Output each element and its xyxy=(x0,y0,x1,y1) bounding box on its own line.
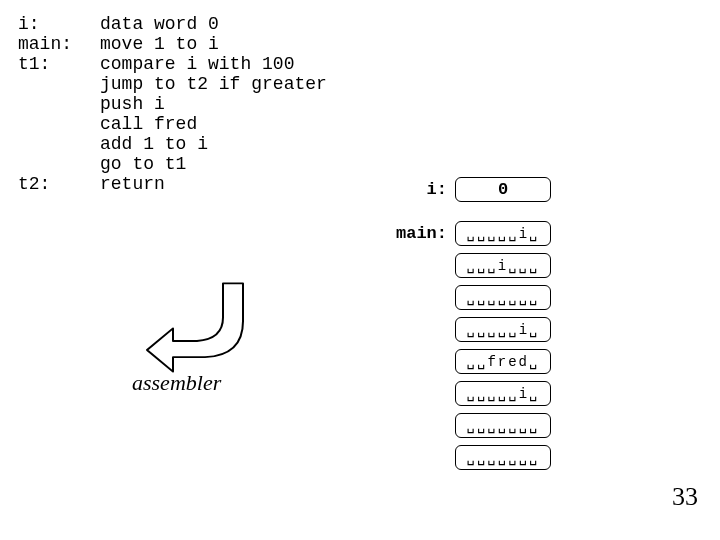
code-instr: data word 0 xyxy=(100,14,219,34)
code-label: t1: xyxy=(18,54,100,74)
code-label xyxy=(18,94,100,114)
code-instr: call fred xyxy=(100,114,197,134)
memory-cell: ␣␣␣␣␣i␣ xyxy=(455,221,551,246)
code-instr: push i xyxy=(100,94,165,114)
code-instr: compare i with 100 xyxy=(100,54,294,74)
memory-cell: ␣␣␣␣␣␣␣ xyxy=(455,413,551,438)
memory-cell: 0 xyxy=(455,177,551,202)
memory-row: main: ␣␣␣␣␣i␣ xyxy=(395,219,551,247)
memory-cell: ␣␣␣␣␣␣␣ xyxy=(455,445,551,470)
memory-row: ␣␣␣␣␣i␣ xyxy=(395,315,551,343)
memory-spacer xyxy=(395,207,551,219)
assembler-caption: assembler xyxy=(132,370,221,396)
code-label xyxy=(18,74,100,94)
memory-row: ␣␣␣␣␣␣␣ xyxy=(395,443,551,471)
memory-row: ␣␣␣␣␣␣␣ xyxy=(395,411,551,439)
assembly-code-listing: i:data word 0 main:move 1 to i t1:compar… xyxy=(18,14,327,194)
memory-row: ␣␣␣␣␣␣␣ xyxy=(395,283,551,311)
memory-row: ␣␣␣i␣␣␣ xyxy=(395,251,551,279)
page-number: 33 xyxy=(672,482,698,512)
memory-row: ␣␣␣␣␣i␣ xyxy=(395,379,551,407)
memory-row: ␣␣fred␣ xyxy=(395,347,551,375)
code-label xyxy=(18,134,100,154)
code-instr: add 1 to i xyxy=(100,134,208,154)
memory-diagram: i: 0 main: ␣␣␣␣␣i␣ ␣␣␣i␣␣␣ ␣␣␣␣␣␣␣ ␣␣␣␣␣… xyxy=(395,175,551,475)
code-label xyxy=(18,154,100,174)
memory-cell: ␣␣fred␣ xyxy=(455,349,551,374)
memory-label: main: xyxy=(395,224,455,243)
memory-row: i: 0 xyxy=(395,175,551,203)
code-label xyxy=(18,114,100,134)
assembler-arrow xyxy=(145,278,285,383)
memory-cell: ␣␣␣␣␣i␣ xyxy=(455,381,551,406)
code-label: main: xyxy=(18,34,100,54)
code-label: t2: xyxy=(18,174,100,194)
memory-cell: ␣␣␣␣␣i␣ xyxy=(455,317,551,342)
code-instr: jump to t2 if greater xyxy=(100,74,327,94)
code-instr: return xyxy=(100,174,165,194)
memory-label: i: xyxy=(395,180,455,199)
code-instr: go to t1 xyxy=(100,154,186,174)
code-label: i: xyxy=(18,14,100,34)
memory-cell: ␣␣␣i␣␣␣ xyxy=(455,253,551,278)
code-instr: move 1 to i xyxy=(100,34,219,54)
memory-cell: ␣␣␣␣␣␣␣ xyxy=(455,285,551,310)
